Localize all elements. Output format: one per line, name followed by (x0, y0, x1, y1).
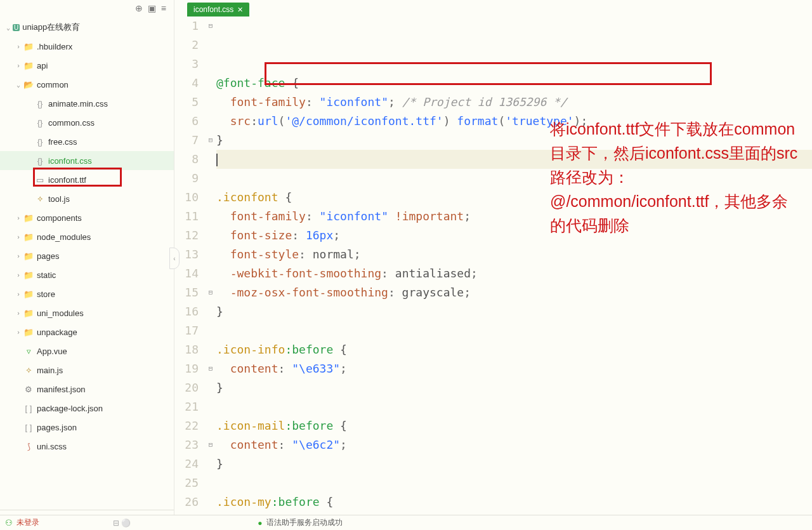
tab-iconfont-css[interactable]: iconfont.css ✕ (187, 3, 249, 17)
tree-item-common[interactable]: ⌄📂common (0, 75, 174, 94)
tree-item-api[interactable]: ›📁api (0, 56, 174, 75)
code-editor[interactable]: 1234567891011121314151617181920212223242… (174, 17, 812, 530)
file-explorer-sidebar: ⊕ ▣ ≡ ⌄Uuniapp在线教育›📁.hbuilderx›📁api⌄📂com… (0, 0, 174, 530)
tree-item-static[interactable]: ›📁static (0, 265, 174, 284)
tree-item-pages[interactable]: ›📁pages (0, 246, 174, 265)
tree-item-manifest-json[interactable]: ⚙manifest.json (0, 380, 174, 399)
user-icon[interactable]: ⚇ (5, 518, 13, 527)
tree-item-package-lock-json[interactable]: [ ]package-lock.json (0, 399, 174, 418)
login-status[interactable]: 未登录 (16, 517, 39, 528)
tab-label: iconfont.css (193, 5, 233, 14)
fold-column[interactable]: ⊟⊟⊟⊟⊟ (205, 17, 216, 530)
tree-item-pages-json[interactable]: [ ]pages.json (0, 418, 174, 437)
panel-icon[interactable]: ▣ (148, 3, 156, 13)
editor-area: iconfont.css ✕ 1234567891011121314151617… (174, 0, 812, 530)
tree-item-uni-scss[interactable]: ⟆uni.scss (0, 437, 174, 456)
tree-item--hbuilderx[interactable]: ›📁.hbuilderx (0, 37, 174, 56)
tree-item-app-vue[interactable]: ▿App.vue (0, 341, 174, 361)
code-content[interactable]: @font-face { font-family: "iconfont"; /*… (216, 17, 812, 530)
tree-item-free-css[interactable]: {}free.css (0, 132, 174, 151)
tree-item-components[interactable]: ›📁components (0, 208, 174, 227)
status-bar: ⚇ 未登录 ⊟ ⚪ ● 语法助手服务启动成功 (0, 515, 812, 530)
add-icon[interactable]: ⊕ (135, 3, 143, 13)
tree-item-main-js[interactable]: ⟡main.js (0, 361, 174, 380)
sidebar-toolbar: ⊕ ▣ ≡ (0, 0, 174, 17)
sidebar-collapse-handle[interactable]: ‹ (169, 248, 180, 269)
tree-item-node-modules[interactable]: ›📁node_modules (0, 227, 174, 246)
close-icon[interactable]: ✕ (237, 6, 243, 14)
tree-item-iconfont-ttf[interactable]: ▭iconfont.ttf (0, 170, 174, 189)
tree-item-tool-js[interactable]: ⟡tool.js (0, 189, 174, 208)
tree-item-animate-min-css[interactable]: {}animate.min.css (0, 94, 174, 113)
menu-icon[interactable]: ≡ (161, 3, 166, 13)
project-root[interactable]: ⌄Uuniapp在线教育 (0, 18, 174, 37)
tree-item-common-css[interactable]: {}common.css (0, 113, 174, 132)
file-tree[interactable]: ⌄Uuniapp在线教育›📁.hbuilderx›📁api⌄📂common{}a… (0, 17, 174, 510)
editor-tabs: iconfont.css ✕ (174, 0, 812, 17)
status-message: 语法助手服务启动成功 (266, 517, 343, 528)
tree-item-unpackage[interactable]: ›📁unpackage (0, 322, 174, 341)
tree-item-store[interactable]: ›📁store (0, 284, 174, 303)
tree-item-iconfont-css[interactable]: {}iconfont.css (0, 151, 174, 170)
line-gutter: 1234567891011121314151617181920212223242… (174, 17, 205, 530)
tree-item-uni-modules[interactable]: ›📁uni_modules (0, 303, 174, 322)
divider-icon: ⊟ ⚪ (113, 519, 131, 527)
status-ok-icon: ● (258, 519, 262, 527)
